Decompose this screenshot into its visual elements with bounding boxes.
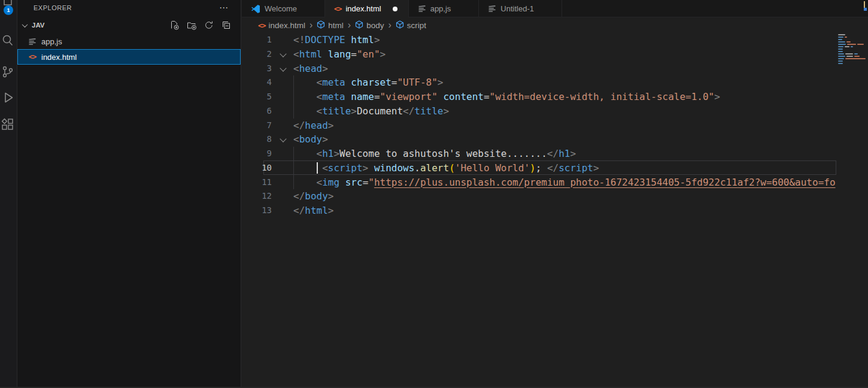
more-actions-icon[interactable]: ⋯ xyxy=(219,5,229,11)
code-text[interactable]: <body> xyxy=(293,132,836,147)
code-text[interactable]: <head> xyxy=(293,62,836,76)
token-plain: = xyxy=(363,177,369,188)
indent-guide xyxy=(293,147,294,161)
line-number[interactable]: 4 xyxy=(242,75,274,90)
breadcrumb-item-script[interactable]: script xyxy=(396,20,426,31)
code-text[interactable]: <meta name="viewport" content="width=dev… xyxy=(293,90,836,104)
activity-source-control-icon[interactable] xyxy=(1,65,16,80)
minimap-line xyxy=(838,41,866,43)
token-plain xyxy=(293,91,317,102)
line-number[interactable]: 7 xyxy=(242,119,274,133)
token-punct: > xyxy=(322,134,328,145)
indent-guide xyxy=(293,161,294,175)
line-number[interactable]: 8 xyxy=(242,132,274,147)
file-row-app-js[interactable]: app,js xyxy=(17,34,241,49)
line-number[interactable]: 13 xyxy=(242,204,274,218)
activity-extensions-icon[interactable] xyxy=(1,117,16,133)
minimap-segment xyxy=(838,53,844,54)
token-plain xyxy=(293,177,317,188)
new-folder-icon[interactable] xyxy=(187,20,196,30)
fold-gutter xyxy=(274,147,293,161)
code-text[interactable]: <!DOCTYPE html> xyxy=(293,33,836,47)
code-line-6[interactable]: 6 <title>Document</title> xyxy=(242,104,836,119)
cut-off-editor-action-icon[interactable] xyxy=(864,1,868,11)
fold-gutter xyxy=(274,104,293,119)
activity-badge: 1 xyxy=(4,5,13,15)
code-line-2[interactable]: 2<html lang="en"> xyxy=(242,47,836,62)
minimap[interactable] xyxy=(838,34,866,65)
token-gold: ( xyxy=(449,162,455,174)
tab-untitled-1[interactable]: Untitled-1 xyxy=(479,0,562,17)
token-plain: = xyxy=(374,91,380,102)
symbol-cube-icon xyxy=(317,20,325,31)
tab-label: index.html xyxy=(345,4,381,13)
code-line-11[interactable]: 11 <img src="https://plus.unsplash.com/p… xyxy=(242,175,836,190)
code-line-9[interactable]: 9 <h1>Welcome to ashutosh's website.....… xyxy=(242,147,836,161)
token-tag: meta xyxy=(322,77,345,88)
modified-indicator-icon[interactable] xyxy=(393,7,397,11)
activity-run-debug-icon[interactable] xyxy=(1,90,16,106)
line-number[interactable]: 12 xyxy=(242,189,274,204)
token-attr: content xyxy=(443,91,483,102)
code-line-3[interactable]: 3<head> xyxy=(242,62,836,76)
code-line-12[interactable]: 12</body> xyxy=(242,189,836,204)
line-number[interactable]: 10 xyxy=(242,161,274,175)
fold-chevron-icon[interactable] xyxy=(274,62,293,76)
minimap-segment xyxy=(838,41,845,43)
line-number[interactable]: 5 xyxy=(242,90,274,104)
line-number[interactable]: 6 xyxy=(242,104,274,119)
refresh-icon[interactable] xyxy=(204,20,214,30)
line-number[interactable]: 1 xyxy=(242,33,274,47)
code-line-8[interactable]: 8<body> xyxy=(242,132,836,147)
token-str: 'Hello World' xyxy=(455,162,530,174)
minimap-line xyxy=(838,44,866,45)
code-text[interactable]: <script> windows.alert('Hello World'); <… xyxy=(293,161,836,175)
code-line-5[interactable]: 5 <meta name="viewport" content="width=d… xyxy=(242,90,836,104)
fold-chevron-icon[interactable] xyxy=(274,132,293,147)
code-line-1[interactable]: 1<!DOCTYPE html> xyxy=(242,33,836,47)
code-text[interactable]: </html> xyxy=(293,204,836,218)
code-text[interactable]: <html lang="en"> xyxy=(293,47,836,62)
file-row-index-html[interactable]: <>index.html xyxy=(17,49,241,65)
code-text[interactable]: </head> xyxy=(293,119,836,133)
breadcrumb-item-html[interactable]: html xyxy=(317,20,344,31)
token-str: "width=device-width, initial-scale=1.0" xyxy=(490,91,715,102)
token-str: "UTF-8" xyxy=(397,77,437,88)
tab-welcome[interactable]: Welcome xyxy=(242,0,325,17)
code-line-4[interactable]: 4 <meta charset="UTF-8"> xyxy=(242,75,836,90)
code-text[interactable]: <img src="https://plus.unsplash.com/prem… xyxy=(293,175,836,190)
code-text[interactable]: <title>Document</title> xyxy=(293,104,836,119)
code-text[interactable]: <h1>Welcome to ashutosh's website.......… xyxy=(293,147,836,161)
line-number[interactable]: 11 xyxy=(242,175,274,190)
tab-index-html[interactable]: <>index.html xyxy=(325,0,409,17)
fold-chevron-icon[interactable] xyxy=(274,47,293,62)
collapse-all-icon[interactable] xyxy=(221,20,231,30)
token-fn: alert xyxy=(420,162,449,174)
code-line-13[interactable]: 13</html> xyxy=(242,204,836,218)
editor-tab-bar: Welcome<>index.htmlapp,jsUntitled-1 xyxy=(242,0,868,17)
folder-section-header[interactable]: JAV xyxy=(17,18,241,32)
breadcrumb-label: script xyxy=(407,21,426,30)
line-number[interactable]: 3 xyxy=(242,62,274,76)
link-url[interactable]: https://plus.unsplash.com/premium_photo-… xyxy=(374,177,836,188)
token-attr: windows xyxy=(374,162,414,174)
breadcrumb-label: html xyxy=(328,21,344,30)
code-editor[interactable]: 1<!DOCTYPE html>2<html lang="en">3<head>… xyxy=(242,33,836,388)
breadcrumb-item-index-html[interactable]: <>index.html xyxy=(258,21,305,30)
code-line-7[interactable]: 7</head> xyxy=(242,119,836,133)
activity-search-icon[interactable] xyxy=(1,34,16,49)
token-punct: </ xyxy=(293,205,305,216)
minimap-segment xyxy=(838,63,843,64)
code-text[interactable]: </body> xyxy=(293,189,836,204)
minimap-segment xyxy=(845,53,853,54)
token-plain xyxy=(293,162,322,174)
minimap-segment xyxy=(857,44,864,45)
code-text[interactable]: <meta charset="UTF-8"> xyxy=(293,75,836,90)
code-line-10[interactable]: 10 <script> windows.alert('Hello World')… xyxy=(242,161,836,175)
line-number[interactable]: 9 xyxy=(242,147,274,161)
tab-app-js[interactable]: app,js xyxy=(409,0,479,17)
new-file-icon[interactable] xyxy=(169,20,179,30)
line-number[interactable]: 2 xyxy=(242,47,274,62)
breadcrumb-item-body[interactable]: body xyxy=(355,20,384,31)
minimap-segment xyxy=(838,58,844,59)
